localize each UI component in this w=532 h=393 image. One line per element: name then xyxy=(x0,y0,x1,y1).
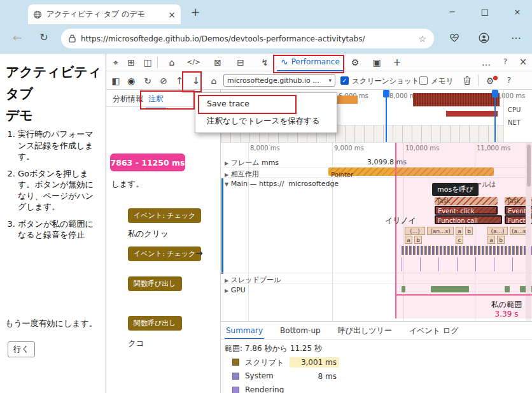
tab-call-tree[interactable]: 呼び出しツリー xyxy=(337,322,393,339)
track-gpu[interactable]: ▶ GPU xyxy=(225,286,246,294)
minimap-right-handle[interactable] xyxy=(494,90,496,143)
js-frame-box[interactable]: (an...s) xyxy=(427,227,454,235)
annotation-entry-chip[interactable]: 関数呼び出し xyxy=(128,276,182,291)
timeline-annotation-label[interactable]: イリノイ xyxy=(385,215,416,226)
js-frame-box[interactable]: a xyxy=(405,236,412,244)
activity-strip-sparse xyxy=(402,257,532,271)
task-bar-label: Task xyxy=(507,197,521,204)
tab-performance[interactable]: ∿ Performance xyxy=(277,54,344,71)
js-frame-box[interactable]: b xyxy=(465,227,473,235)
js-frame-box[interactable]: a xyxy=(456,227,463,235)
browser-tab[interactable]: アクティビティ タブ のデモ × xyxy=(28,4,181,24)
scrollbar-thumb[interactable] xyxy=(527,145,531,187)
sidebar-toggle-icon[interactable]: ◧ xyxy=(109,76,123,85)
js-frame-label: b xyxy=(499,237,503,243)
refresh-icon[interactable]: ↻ xyxy=(37,32,51,43)
js-frame-box[interactable]: (...) xyxy=(405,227,425,235)
network-icon[interactable]: ⊠ xyxy=(211,58,225,67)
list-item: 実行時のパフォーマンス記録を作成します。 xyxy=(18,129,99,162)
lighthouse-icon[interactable]: ↯ xyxy=(258,58,272,67)
chevron-right-icon: ▶ xyxy=(225,278,228,283)
origin-select-value: microsoftedge.github.io ... xyxy=(227,76,328,85)
trash-icon[interactable] xyxy=(463,76,472,85)
ruler-label: 10,000 ms xyxy=(405,145,439,152)
browser-essentials-icon[interactable] xyxy=(449,33,459,43)
chip-label: 関数呼び出し xyxy=(134,319,176,327)
tab-close-icon[interactable]: × xyxy=(168,10,176,20)
js-frame-box[interactable]: b xyxy=(497,236,505,244)
caret-down-icon: ▾ xyxy=(328,77,332,83)
tab-summary[interactable]: Summary xyxy=(225,323,264,339)
interaction-pointer-bar[interactable]: Pointer xyxy=(328,168,494,176)
annotation-note: 私のクリッ xyxy=(128,229,169,239)
favorite-star-icon[interactable]: ☆ xyxy=(418,34,426,44)
minimap-left-grip[interactable] xyxy=(383,90,389,97)
page-title-line: デモ xyxy=(6,104,101,126)
annotation-entry-chip[interactable]: イベント: チェック xyxy=(128,208,201,223)
js-frame-box[interactable]: a xyxy=(487,236,495,244)
frames-duration-value: 3,099.8 ms xyxy=(367,158,407,166)
timeline-flamechart[interactable]: 8,000 ms 9,000 ms 10,000 ms 11,000 ms ▶ … xyxy=(221,143,532,321)
sources-icon[interactable]: </> xyxy=(186,59,200,66)
layout-panel-icon[interactable]: ◫ xyxy=(141,58,155,67)
function-call-bar[interactable]: Function call xyxy=(435,215,502,224)
more-panels-icon[interactable]: ▣ xyxy=(370,58,384,67)
application-icon[interactable]: ⊟ xyxy=(234,58,248,67)
gear-icon[interactable]: ⚙ xyxy=(348,58,362,67)
js-frame-box[interactable]: b xyxy=(414,236,422,244)
window-close-button[interactable]: × xyxy=(503,0,532,24)
inspect-icon[interactable]: ⌖ xyxy=(109,58,123,67)
js-frame-box[interactable]: (a...) xyxy=(487,227,508,235)
page-title-line: タブ xyxy=(6,83,101,104)
performance-wave-icon: ∿ xyxy=(281,57,288,67)
devtools-more-icon[interactable]: … xyxy=(479,58,493,67)
browser-window: アクティビティ タブ のデモ × + − □ × ← ↻ https://mic… xyxy=(0,0,532,393)
track-main[interactable]: ▼ Main — https:// microsoftedge xyxy=(225,180,339,188)
event-click-bar[interactable]: Event: click xyxy=(435,206,498,215)
device-toolbar-icon[interactable]: ⊞ xyxy=(124,58,138,67)
menu-item-save-without-annotations[interactable]: 注釈なしでトレースを保存する xyxy=(195,113,337,129)
maximize-button[interactable]: □ xyxy=(470,0,500,24)
menu-item-save-trace[interactable]: Save trace xyxy=(195,95,337,111)
record-icon[interactable]: ◉ xyxy=(124,76,138,85)
origin-select[interactable]: microsoftedge.github.io ... ▾ xyxy=(223,74,335,87)
clear-icon[interactable]: ⊘ xyxy=(157,76,171,85)
gpu-activity-bar xyxy=(402,286,405,292)
reload-record-icon[interactable]: ↻ xyxy=(141,76,155,85)
minimap-right-grip[interactable] xyxy=(492,90,498,97)
notification-dot xyxy=(493,76,498,80)
settings-more-icon[interactable]: … xyxy=(509,31,523,41)
task-bar[interactable]: Task xyxy=(435,197,498,205)
tab-insights[interactable]: 分析情報 xyxy=(110,90,146,108)
annotation-entry-chip[interactable]: 関数呼び出し xyxy=(128,316,182,331)
tab-bottom-up[interactable]: Bottom-up xyxy=(279,323,322,338)
new-tab-button[interactable]: + xyxy=(188,7,202,18)
address-bar[interactable]: https://microsoftedge.github.io/Demos/de… xyxy=(61,29,434,48)
url-text: https://microsoftedge.github.io/Demos/de… xyxy=(81,34,418,43)
list-item: Goボタンを押します。ボタンが無効になり、ページがハングします。 xyxy=(18,168,99,213)
perf-help-icon[interactable]: ? xyxy=(502,76,516,84)
devtools-close-icon[interactable]: × xyxy=(516,57,530,67)
load-profile-icon[interactable]: ↑ xyxy=(172,76,186,86)
minimize-button[interactable]: − xyxy=(438,0,467,24)
add-panel-icon[interactable]: + xyxy=(390,57,404,68)
memory-checkbox[interactable] xyxy=(419,76,428,85)
track-frames[interactable]: ▶ フレーム mms xyxy=(225,158,279,168)
minimap-left-handle[interactable] xyxy=(386,90,387,143)
annotation-range-badge[interactable]: 7863 - 11250 ms xyxy=(110,154,185,171)
browser-titlebar: アクティビティ タブ のデモ × + − □ × xyxy=(0,0,532,24)
live-metrics-home-icon[interactable]: ⌂ xyxy=(207,76,221,85)
bottom-tab-bar: Summary Bottom-up 呼び出しツリー イベント ログ xyxy=(225,322,472,339)
js-frame-box[interactable]: c xyxy=(456,236,463,244)
annotation-entry-chip[interactable]: イベント: チェック xyxy=(128,247,201,261)
tab-event-log[interactable]: イベント ログ xyxy=(408,322,460,339)
profile-avatar[interactable] xyxy=(479,32,489,43)
save-profile-icon[interactable]: ↓ xyxy=(189,76,203,86)
screenshots-checkbox[interactable]: ✓ xyxy=(340,76,349,85)
page-title-line: アクティビティ xyxy=(6,61,101,83)
gpu-activity-bar xyxy=(505,286,510,292)
back-icon[interactable]: ← xyxy=(10,32,24,43)
go-button[interactable]: 行く xyxy=(8,341,35,357)
devtools-help-icon[interactable]: ? xyxy=(498,58,512,66)
welcome-home-icon[interactable]: ⌂ xyxy=(165,58,179,67)
